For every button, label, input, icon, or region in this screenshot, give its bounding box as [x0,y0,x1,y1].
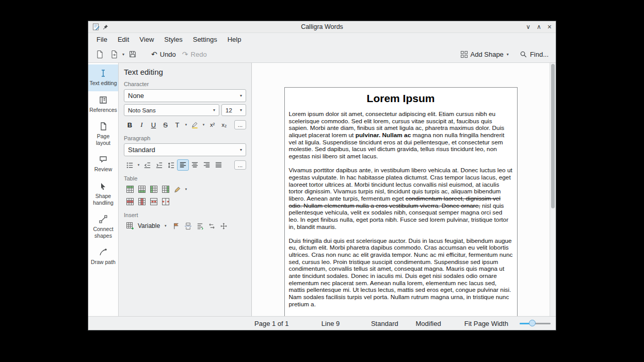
paragraph[interactable]: Duis fringilla dui quis est scelerisque … [289,238,513,308]
insert-column-left-button[interactable] [148,184,159,195]
add-shape-button[interactable]: Add Shape ▾ [458,48,512,60]
zoom-mode-button[interactable]: Fit Page Width [464,320,520,327]
review-icon [99,155,108,164]
close-icon[interactable]: × [548,23,552,30]
tab-shape-handling[interactable]: Shape handling [88,177,118,210]
font-size-select[interactable]: 12 ▾ [221,104,246,116]
insert-row-below-button[interactable] [136,184,148,195]
paragraph-style-select[interactable]: Standard ▾ [124,143,246,156]
variable-dropdown[interactable]: Variable ▾ [136,221,170,231]
paragraph[interactable]: Vivamus porttitor dapibus ante, in vesti… [289,167,513,231]
delete-column-button[interactable] [136,196,148,207]
bold-button[interactable]: B [124,119,136,130]
increase-indent-button[interactable] [153,159,165,171]
paragraph[interactable]: Lorem ipsum dolor sit amet, consectetur … [289,111,513,160]
menu-help[interactable]: Help [222,35,247,44]
tab-page-layout[interactable]: Page layout [88,118,118,151]
chevron-down-icon: ▾ [240,108,242,112]
chevron-down-icon: ▾ [506,52,509,57]
character-more-button[interactable]: ... [234,120,246,129]
table-row-1: ▾ [124,184,246,195]
split-cells-button[interactable] [159,196,171,207]
tab-label: Connect shapes [89,226,117,239]
vertical-scrollbar[interactable] [550,63,556,316]
align-left-button[interactable] [177,159,189,171]
decrease-indent-button[interactable] [141,159,153,171]
strikethrough-button[interactable]: S [159,119,171,130]
style-indicator[interactable]: Standard [371,320,416,327]
maximize-icon[interactable]: ∧ [537,24,541,30]
document-page[interactable]: Lorem Ipsum Lorem ipsum dolor sit amet, … [284,87,518,316]
character-style-select[interactable]: None ▾ [124,89,246,102]
page-break-icon[interactable] [182,220,194,232]
document-body[interactable]: Lorem ipsum dolor sit amet, consectetur … [289,111,513,316]
redo-button[interactable]: ↷ Redo [180,48,210,60]
align-right-button[interactable] [201,159,213,171]
tab-text-editing[interactable]: Text editing [88,64,118,91]
variable-label: Variable [138,222,160,229]
tab-references[interactable]: References [88,91,118,118]
list-style-button[interactable] [124,159,136,171]
menu-file[interactable]: File [91,35,112,44]
scrollbar-thumb[interactable] [551,64,555,208]
highlight-button[interactable] [189,119,201,130]
zoom-slider-knob[interactable] [529,320,536,326]
underline-button[interactable]: U [148,119,159,130]
align-justify-button[interactable] [213,159,224,171]
chevron-down-icon[interactable]: ▾ [122,52,125,57]
chevron-down-icon[interactable]: ▾ [201,123,206,127]
minimize-icon[interactable]: ∨ [526,24,530,30]
text-run[interactable]: Mauris bibendum aliquam metus, ac venena… [289,315,508,316]
insert-row-above-button[interactable] [124,184,136,195]
page-indicator[interactable]: Page 1 of 1 [254,320,321,327]
menu-settings[interactable]: Settings [188,35,222,44]
tab-connect-shapes[interactable]: Connect shapes [88,210,118,243]
find-button[interactable]: Find... [517,48,551,60]
menu-view[interactable]: View [134,35,159,44]
new-document-button[interactable] [93,48,106,60]
main-toolbar: ▾ ↶ Undo ↷ Redo Add Shape ▾ [88,46,556,63]
subscript-button[interactable]: x₂ [218,119,230,130]
tab-label: Draw path [91,259,116,266]
undo-button[interactable]: ↶ Undo [149,48,179,60]
pin-icon[interactable] [103,24,108,30]
align-center-button[interactable] [189,159,201,171]
paragraph-more-button[interactable]: ... [234,160,246,170]
paragraph[interactable]: Mauris bibendum aliquam metus, ac venena… [289,315,513,316]
menu-styles[interactable]: Styles [159,35,187,44]
insert-table-button[interactable] [124,220,136,232]
superscript-button[interactable]: x² [206,119,218,130]
save-button[interactable] [126,48,139,60]
menu-edit[interactable]: Edit [112,35,134,44]
tab-draw-path[interactable]: Draw path [88,243,118,270]
bookmark-icon[interactable] [170,220,182,232]
font-family-select[interactable]: Noto Sans ▾ [124,104,219,116]
zoom-slider[interactable] [520,319,551,327]
merge-cells-button[interactable] [148,196,159,207]
document-heading[interactable]: Lorem Ipsum [289,92,513,105]
insert-column-right-button[interactable] [159,184,171,195]
table-border-pen-button[interactable] [171,184,183,195]
insert-row: Variable ▾ [124,220,246,232]
delete-row-button[interactable] [124,196,136,207]
line-spacing-button[interactable] [165,159,177,171]
chevron-down-icon[interactable]: ▾ [183,123,189,127]
change-case-button[interactable]: T [171,119,183,130]
chevron-down-icon[interactable]: ▾ [183,187,189,191]
anchor-icon[interactable] [218,220,230,232]
tab-review[interactable]: Review [88,151,118,177]
chevron-down-icon[interactable]: ▾ [136,163,141,167]
text-run[interactable]: Duis fringilla dui quis est scelerisque … [289,237,513,308]
index-entry-icon[interactable] [194,220,206,232]
line-indicator: Line 9 [321,320,371,327]
find-label: Find... [530,51,549,58]
footnote-icon[interactable] [206,220,218,232]
titlebar[interactable]: Calligra Words ∨ ∧ × [88,21,556,33]
redo-icon: ↷ [182,50,188,58]
open-document-button[interactable] [107,48,121,60]
modified-indicator: Modified [415,320,464,327]
document-canvas[interactable]: Lorem Ipsum Lorem ipsum dolor sit amet, … [252,63,550,316]
text-run[interactable]: pulvinar. Nullam ac [356,131,411,139]
italic-button[interactable]: I [136,119,148,130]
character-style-value: None [128,92,144,100]
